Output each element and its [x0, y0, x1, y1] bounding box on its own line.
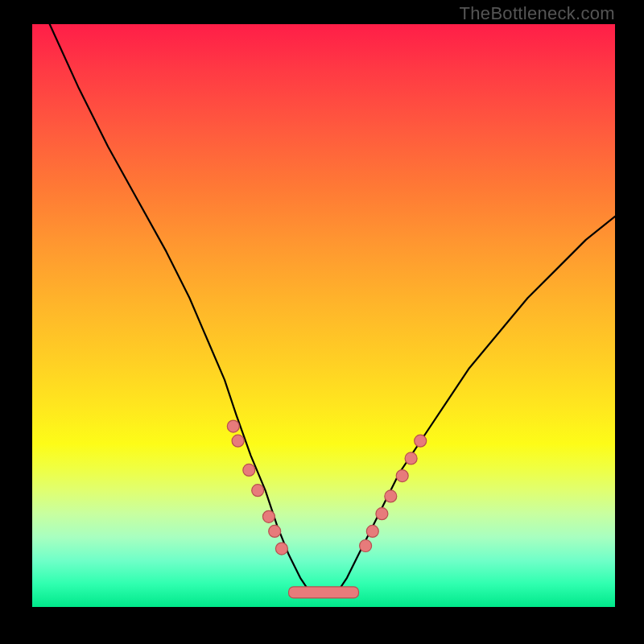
data-marker — [396, 470, 408, 482]
data-marker — [385, 490, 397, 502]
chart-svg — [32, 24, 615, 607]
data-marker — [275, 543, 287, 555]
data-marker — [227, 420, 239, 432]
plot-area — [32, 24, 615, 607]
data-marker — [252, 485, 264, 497]
data-marker — [269, 525, 281, 537]
watermark-text: TheBottleneck.com — [460, 3, 615, 24]
markers-left — [227, 420, 287, 555]
data-marker — [360, 540, 372, 552]
floor-bar — [289, 587, 359, 598]
data-marker — [376, 508, 388, 520]
data-marker — [366, 525, 378, 537]
data-marker — [232, 435, 244, 447]
data-marker — [262, 510, 275, 522]
data-marker — [405, 452, 417, 464]
data-marker — [415, 435, 427, 447]
markers-right — [360, 435, 427, 551]
bottleneck-curve — [50, 24, 615, 596]
chart-frame: TheBottleneck.com — [0, 0, 644, 644]
data-marker — [243, 464, 255, 476]
